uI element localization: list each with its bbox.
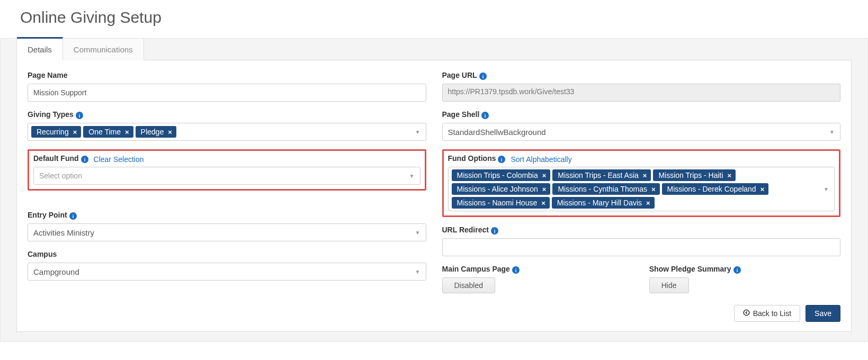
tab-communications[interactable]: Communications [63,39,144,60]
tag-label: Missions - Alice Johnson [457,185,538,193]
entry-point-label: Entry Point [28,211,67,219]
remove-tag-icon[interactable]: × [728,172,732,179]
default-fund-label: Default Fund [33,154,79,163]
tag-label: Missions - Cynthia Thomas [558,185,647,193]
chevron-down-icon: ▼ [824,186,829,192]
back-to-list-label: Back to List [753,309,791,318]
main-campus-label: Main Campus Page [442,265,510,273]
tabs: Details Communications [16,38,144,60]
remove-tag-icon[interactable]: × [760,185,765,193]
remove-tag-icon[interactable]: × [542,172,547,179]
default-fund-select[interactable]: Select option ▼ [33,167,420,185]
campus-label: Campus [28,250,57,258]
tag-label: Recurring [37,128,69,136]
page-shell-group: Page Shell i StandardShellwBackground ▼ [442,110,841,141]
fund-option-tag: Missions - Naomi House× [452,197,550,209]
remove-tag-icon[interactable]: × [646,199,650,207]
show-pledge-toggle[interactable]: Hide [649,277,689,293]
url-redirect-group: URL Redirect i [442,226,841,256]
url-redirect-input[interactable] [442,238,841,256]
giving-types-select[interactable]: Recurring× One Time× Pledge× ▼ [28,123,426,141]
entry-point-select[interactable]: Activities Ministry ▼ [28,223,426,241]
giving-type-tag: One Time× [83,126,133,138]
page-shell-label: Page Shell [442,110,480,119]
fund-option-tag: Missions - Alice Johnson× [452,183,551,195]
campus-value: Campground [33,267,79,276]
fund-option-tag: Mission Trips - East Asia× [552,169,651,181]
tag-label: Pledge [141,128,164,136]
fund-option-tag: Mission Trips - Colombia× [452,169,551,181]
header: Online Giving Setup [0,0,868,38]
remove-tag-icon[interactable]: × [651,185,656,193]
fund-options-select[interactable]: Mission Trips - Colombia× Mission Trips … [448,167,835,211]
campus-group: Campus Campground ▼ [28,250,426,281]
svg-text:i: i [84,157,85,163]
page-name-label: Page Name [28,71,67,79]
giving-types-group: Giving Types i Recurring× One Time× Pled… [28,110,426,141]
remove-tag-icon[interactable]: × [541,199,545,207]
tab-details[interactable]: Details [17,37,63,60]
remove-tag-icon[interactable]: × [73,128,77,136]
info-icon[interactable]: i [491,227,498,235]
svg-text:i: i [736,267,738,273]
info-icon[interactable]: i [69,212,77,220]
info-icon[interactable]: i [481,112,489,119]
tag-label: Mission Trips - Colombia [457,171,538,179]
info-icon[interactable]: i [498,156,505,163]
info-icon[interactable]: i [81,156,88,163]
svg-text:i: i [501,157,503,163]
details-panel: Page Name Giving Types i Recurring× One … [16,60,852,332]
page-name-group: Page Name [28,71,426,102]
page-shell-select[interactable]: StandardShellwBackground ▼ [442,123,841,141]
entry-point-value: Activities Ministry [33,228,94,237]
chevron-down-icon: ▼ [415,129,420,135]
giving-type-tag: Pledge× [136,126,176,138]
info-icon[interactable]: i [479,73,487,80]
page-title: Online Giving Setup [20,8,848,26]
main-campus-group: Main Campus Page i Disabled [442,265,633,293]
giving-type-tag: Recurring× [31,126,81,138]
chevron-down-icon: ▼ [415,230,420,236]
page-shell-value: StandardShellwBackground [448,128,546,137]
remove-tag-icon[interactable]: × [643,172,647,179]
info-icon[interactable]: i [512,266,520,274]
tag-label: Missions - Naomi House [457,199,538,207]
remove-tag-icon[interactable]: × [125,128,129,136]
chevron-down-icon: ▼ [409,173,415,179]
default-fund-placeholder: Select option [39,172,82,180]
remove-tag-icon[interactable]: × [168,128,172,136]
info-icon[interactable]: i [733,266,741,274]
campus-select[interactable]: Campground ▼ [28,263,426,281]
chevron-down-icon: ▼ [415,269,420,275]
svg-text:i: i [79,113,80,119]
clear-selection-link[interactable]: Clear Selection [94,155,144,164]
back-arrow-icon [743,309,750,318]
back-to-list-button[interactable]: Back to List [734,305,800,322]
svg-text:i: i [72,213,74,219]
content-container: Details Communications Page Name Giving … [0,38,868,342]
tag-label: Mission Trips - East Asia [558,171,639,179]
footer-buttons: Back to List Save [28,305,840,322]
save-button[interactable]: Save [806,305,840,322]
show-pledge-group: Show Pledge Summary i Hide [649,265,840,293]
svg-point-18 [744,310,749,316]
tag-label: Mission Trips - Haiti [658,171,723,179]
page-url-label: Page URL [442,71,477,79]
page-url-input: https://PR1379.tpsdb.work/Give/test33 [442,84,841,102]
svg-text:i: i [494,228,496,234]
sort-alphabetically-link[interactable]: Sort Alphabetically [511,155,571,164]
page-url-group: Page URL i https://PR1379.tpsdb.work/Giv… [442,71,841,102]
main-campus-toggle[interactable]: Disabled [442,277,495,293]
entry-point-group: Entry Point i Activities Ministry ▼ [28,211,426,241]
page-name-input[interactable] [28,84,426,102]
svg-text:i: i [482,74,484,79]
tag-label: One Time [88,128,121,136]
svg-text:i: i [515,267,517,273]
svg-text:i: i [485,113,486,119]
remove-tag-icon[interactable]: × [542,185,547,193]
default-fund-highlight: Default Fund i Clear Selection Select op… [28,149,426,191]
giving-types-label: Giving Types [28,110,74,119]
tag-label: Missions - Derek Copeland [667,185,756,193]
info-icon[interactable]: i [76,112,83,119]
fund-options-highlight: Fund Options i Sort Alphabetically Missi… [442,149,841,217]
